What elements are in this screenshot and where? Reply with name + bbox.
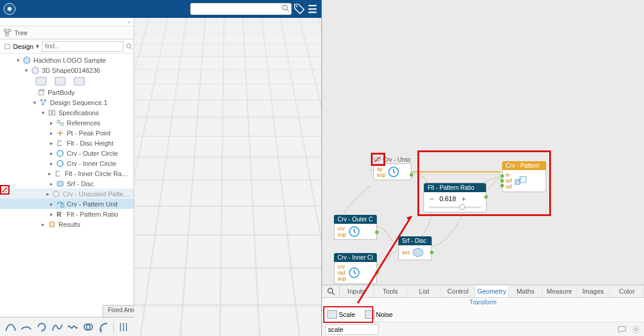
svg-point-18 [53, 191, 59, 197]
tool-anchor-icon[interactable] [260, 320, 274, 334]
graph-canvas[interactable]: Crv - Unsc sp sup Crv - Outer C crvsup C… [322, 0, 644, 285]
tab-geometry[interactable]: Geometry [475, 285, 509, 297]
tree-row-results[interactable]: ▸Results [0, 219, 134, 229]
svg-point-27 [135, 323, 143, 331]
tab-construct[interactable]: Construct [141, 305, 178, 317]
svg-rect-19 [61, 204, 64, 207]
tool-rect-icon[interactable] [163, 320, 177, 334]
tool-loop-icon[interactable] [35, 320, 49, 334]
node-srf-disc[interactable]: Srf - Disc sec [398, 236, 432, 260]
tool-wave-icon[interactable] [66, 320, 80, 334]
tree-row-crv-unscaled[interactable]: ▸Crv - Unscaled Pattern ... [0, 189, 134, 199]
tree-row-flt-radius[interactable]: ▸Flt - Inner Circle Radius [0, 168, 134, 178]
tool-concentric-icon[interactable] [225, 320, 239, 334]
tree-find-input[interactable] [42, 41, 123, 52]
chat-icon[interactable] [617, 325, 627, 334]
surface-icon [412, 247, 424, 258]
tree-icon [4, 29, 12, 37]
app-logo-icon [4, 3, 16, 15]
svg-rect-5 [4, 29, 7, 32]
svg-point-0 [283, 5, 287, 10]
tab-control[interactable]: Control [441, 285, 475, 297]
tree-list[interactable]: ▾Hackthon LOGO Sample ▾3D Shape00146236 … [0, 54, 134, 336]
svg-line-1 [287, 10, 289, 12]
tool-flip-icon[interactable] [244, 320, 259, 334]
hamburger-menu-icon[interactable] [307, 4, 318, 14]
tab-create[interactable]: Create [177, 305, 206, 317]
tab-inputs[interactable]: Inputs [340, 285, 374, 297]
tree-row-shape[interactable]: ▾3D Shape00146236 [0, 65, 134, 75]
tool-arc-icon[interactable] [19, 320, 33, 334]
clock-icon [348, 267, 360, 279]
tab-list[interactable]: List [407, 285, 441, 297]
tree-search-button[interactable] [126, 42, 133, 51]
svg-point-44 [328, 288, 333, 293]
global-search-input[interactable] [190, 3, 292, 15]
construct-tabs: Fixed Area Construct Create Operate View [103, 305, 259, 317]
search-icon [281, 4, 290, 13]
highlight-side-marker [0, 185, 10, 195]
viewport-3d[interactable] [134, 18, 321, 336]
svg-line-9 [131, 48, 132, 50]
svg-point-15 [59, 132, 61, 134]
eye-strike-icon [1, 186, 8, 193]
svg-rect-7 [6, 33, 8, 36]
node-crv-inner[interactable]: Crv - Inner Ci crvradsup [334, 253, 377, 284]
tab-view[interactable]: View [237, 305, 261, 317]
tab-tools[interactable]: Tools [374, 285, 408, 297]
tool-hex-icon[interactable] [147, 320, 162, 334]
tool-cube-icon[interactable] [280, 320, 294, 334]
clock-icon [348, 226, 360, 238]
tool-spiral-icon[interactable] [194, 320, 208, 334]
gear-icon[interactable] [631, 325, 641, 334]
tab-operate[interactable]: Operate [205, 305, 237, 317]
tab-maths[interactable]: Maths [509, 285, 543, 297]
tab-fixed-area[interactable]: Fixed Area [103, 305, 142, 317]
node-crv-outer[interactable]: Crv - Outer C crvsup [334, 215, 377, 240]
tool-circle-icon[interactable] [132, 320, 146, 334]
tree-row-partbody[interactable]: PartBody [0, 87, 134, 97]
highlight-unscaled-icon [371, 153, 385, 166]
tool-dims-icon[interactable] [295, 320, 309, 334]
design-label: Design [13, 43, 33, 50]
tool-sweep-icon[interactable] [97, 320, 111, 334]
category-tabs: Inputs Tools List Control Geometry Maths… [322, 285, 644, 298]
highlight-scale-op [323, 306, 373, 323]
tool-lines-icon[interactable] [116, 320, 131, 334]
tree-row-seq[interactable]: ▾Design Sequence.1 [0, 97, 134, 107]
tool-spline-icon[interactable] [50, 320, 64, 334]
tree-collapse-handle[interactable]: ‹ [0, 18, 134, 26]
shelf-search-row [322, 322, 644, 336]
tab-color[interactable]: Color [610, 285, 644, 297]
tree-row-flt-height[interactable]: ▸Flt - Disc Height [0, 138, 134, 148]
node-crv-unscaled[interactable]: Crv - Unsc sp sup [373, 155, 411, 180]
tab-measure[interactable]: Measure [543, 285, 577, 297]
tree-row-srf[interactable]: ▸Srf - Disc [0, 178, 134, 189]
tree-row-pt[interactable]: ▸Pt - Peak Point [0, 128, 134, 138]
tool-helix-icon[interactable] [209, 320, 224, 334]
tree-row-specs[interactable]: ▾Specifications [0, 107, 134, 118]
category-search-button[interactable] [322, 285, 340, 297]
svg-rect-6 [8, 29, 11, 32]
clock-icon [388, 166, 400, 178]
tool-overlap-icon[interactable] [81, 320, 95, 334]
tool-curve-icon[interactable] [4, 320, 18, 334]
shelf-search-input[interactable] [325, 324, 379, 335]
design-dropdown[interactable] [4, 42, 11, 51]
svg-rect-13 [57, 121, 60, 123]
svg-point-2 [296, 5, 298, 7]
tab-images[interactable]: Images [577, 285, 611, 297]
tag-icon[interactable] [294, 4, 305, 14]
svg-line-45 [332, 292, 335, 295]
tool-star-icon[interactable] [178, 320, 193, 334]
tree-row-crv-pattern[interactable]: ▸Crv - Pattern Unit [0, 199, 134, 209]
highlight-main-box [417, 150, 551, 216]
svg-point-32 [230, 325, 234, 329]
tree-row-crv-outer[interactable]: ▸Crv - Outer Circle [0, 148, 134, 158]
tree-ref-icons [0, 75, 134, 87]
tree-row-crv-inner[interactable]: ▸Crv - Inner Circle [0, 158, 134, 168]
tree-row-root[interactable]: ▾Hackthon LOGO Sample [0, 55, 134, 65]
tree-row-refs[interactable]: ▸References [0, 118, 134, 128]
tree-row-flt-ratio[interactable]: ▸RFlt - Pattern Ratio [0, 209, 134, 219]
svg-text:R: R [57, 211, 61, 218]
